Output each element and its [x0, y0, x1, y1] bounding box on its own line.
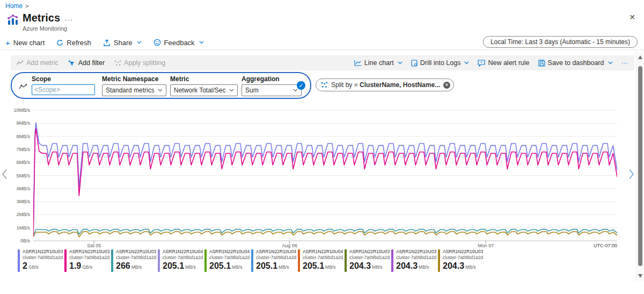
refresh-button[interactable]: Refresh	[56, 39, 91, 47]
split-by-value: ClusterName, HostName...	[360, 81, 440, 89]
legend-color-bar	[18, 249, 20, 272]
legend-cluster: cluster-7a09bd1a2d7b...	[163, 255, 203, 260]
legend-color-bar	[298, 249, 300, 272]
legend-value: 204.3	[443, 261, 464, 270]
legend-unit: MB/s	[185, 264, 195, 270]
breadcrumb-separator: >	[25, 3, 28, 9]
split-dots-icon	[321, 82, 328, 88]
refresh-icon	[56, 39, 63, 46]
legend-value: 205.1	[303, 261, 324, 270]
legend-card[interactable]: ASRR1N22R10U03, Hyp...cluster-7a09bd1a2d…	[64, 249, 109, 274]
feedback-button[interactable]: Feedback	[153, 39, 204, 47]
legend-cluster: cluster-7a09bd1a2d7b...	[209, 255, 250, 260]
logs-document-icon	[411, 60, 418, 67]
legend-value: 205.1	[163, 261, 184, 270]
chart-type-dropdown[interactable]: Line chart	[354, 59, 402, 67]
save-to-dashboard-dropdown[interactable]: Save to dashboard	[538, 59, 613, 67]
chevron-down-icon	[398, 61, 402, 64]
y-axis-label: 9MB/s	[0, 120, 30, 126]
page-subtitle: Azure Monitoring	[23, 25, 67, 32]
scrollbar-thumb[interactable]	[638, 66, 642, 266]
chevron-down-icon	[464, 61, 469, 64]
split-by-prefix: Split by =	[331, 81, 358, 89]
legend-card[interactable]: ASRR1N22R10U03, Loc...cluster-7a09bd1a2d…	[391, 249, 436, 274]
remove-split-icon[interactable]: ✕	[443, 82, 450, 89]
add-filter-button[interactable]: Add filter	[68, 59, 105, 67]
new-alert-rule-button[interactable]: New alert rule	[478, 59, 529, 67]
save-icon	[538, 60, 545, 67]
legend-cluster: cluster-7a09bd1a2d7b...	[443, 255, 483, 260]
legend-series-name: ASRR1N22R10U03, Loc...	[443, 249, 483, 254]
legend-value: 1.9	[69, 261, 81, 270]
apply-splitting-button[interactable]: Apply splitting	[114, 59, 165, 67]
legend-card[interactable]: ASRR1N22R10U03, Mel...cluster-7a09bd1a2d…	[111, 249, 156, 274]
legend-cluster: cluster-7a09bd1a2d7b...	[303, 255, 343, 260]
legend-card[interactable]: ASRR1N22R10U04, Loc...cluster-7a09bd1a2d…	[158, 249, 203, 274]
command-bar: + New chart Refresh Share Feedback	[5, 35, 204, 49]
aggregation-label: Aggregation	[241, 75, 302, 83]
legend-value: 205.1	[256, 261, 277, 270]
chart-legend: ASRR1N22R10U03, Mel...cluster-7a09bd1a2d…	[18, 249, 483, 274]
toolbar-more-button[interactable]: ···	[621, 59, 628, 67]
title-more-button[interactable]: ···	[64, 16, 73, 24]
y-axis-label: 2MB/s	[0, 212, 30, 217]
legend-color-bar	[251, 249, 253, 272]
legend-series-name: ASRR1N22R10U04, Loc...	[256, 249, 296, 254]
legend-card[interactable]: ASRR1N22R10U04, Loc...cluster-7a09bd1a2d…	[251, 249, 296, 274]
legend-series-name: ASRR1N22R10U03, Mel...	[116, 249, 156, 254]
breadcrumb: Home>	[5, 2, 28, 10]
legend-color-bar	[438, 249, 440, 272]
y-axis-label: 8MB/s	[0, 134, 30, 139]
scroll-up-icon[interactable]	[638, 55, 642, 59]
chevron-down-icon	[293, 89, 298, 92]
legend-series-name: ASRR1N22R10U04, Loc...	[209, 249, 250, 254]
legend-card[interactable]: ASRR1N22R10U03, Loc...cluster-7a09bd1a2d…	[345, 249, 390, 274]
legend-unit: MB/s	[279, 264, 289, 270]
namespace-label: Metric Namespace	[102, 75, 166, 83]
chevron-down-icon	[199, 41, 204, 44]
add-metric-button[interactable]: Add metric	[16, 59, 58, 67]
scope-label: Scope	[32, 75, 95, 83]
legend-card[interactable]: ASRR1N22R10U04, Loc...cluster-7a09bd1a2d…	[298, 249, 343, 274]
time-range-picker[interactable]: Local Time: Last 3 days (Automatic - 15 …	[483, 36, 638, 48]
legend-cluster: cluster-7a09bd1a2d7b...	[256, 255, 296, 260]
y-axis-label: 0B/s	[0, 238, 30, 243]
share-icon	[103, 39, 111, 46]
share-button[interactable]: Share	[103, 39, 142, 47]
chevron-right-icon[interactable]	[628, 169, 634, 182]
legend-series-name: ASRR1N22R10U03, Loc...	[349, 249, 390, 254]
legend-value: 266	[116, 261, 130, 270]
legend-color-bar	[204, 249, 207, 272]
plus-icon: +	[5, 38, 10, 47]
breadcrumb-home-link[interactable]: Home	[5, 2, 23, 10]
metric-select[interactable]: Network Total/Sec	[170, 84, 238, 96]
chevron-down-icon	[608, 61, 613, 64]
chevron-down-icon	[229, 89, 234, 92]
metric-label: Metric	[170, 75, 238, 83]
smiley-icon	[153, 39, 161, 46]
close-icon[interactable]: ✕	[629, 13, 635, 21]
new-chart-button[interactable]: + New chart	[5, 38, 45, 47]
legend-card[interactable]: ASRR1N22R10U04, Loc...cluster-7a09bd1a2d…	[204, 249, 250, 274]
drill-into-logs-dropdown[interactable]: Drill into Logs	[411, 59, 470, 67]
vertical-scrollbar[interactable]	[636, 51, 644, 281]
legend-card[interactable]: ASRR1N22R10U03, Mel...cluster-7a09bd1a2d…	[18, 249, 63, 274]
split-by-pill[interactable]: Split by = ClusterName, HostName... ✕	[316, 78, 454, 91]
legend-series-name: ASRR1N22R10U04, Loc...	[303, 249, 343, 254]
legend-cluster: cluster-7a09bd1a2d7b...	[116, 255, 156, 260]
timezone-label: UTC-07:00	[33, 243, 617, 248]
series-line-2	[33, 128, 617, 236]
chevron-left-icon[interactable]	[2, 169, 8, 182]
legend-unit: MB/s	[419, 264, 429, 270]
chart-toolbar: Add metric Add filter Apply splitting Li…	[11, 55, 634, 70]
legend-value: 2	[23, 261, 27, 270]
chevron-down-icon	[137, 41, 142, 44]
scroll-down-icon[interactable]	[638, 274, 642, 278]
scope-input[interactable]	[32, 84, 95, 95]
y-axis-label: 6MB/s	[0, 160, 30, 165]
legend-card[interactable]: ASRR1N22R10U03, Loc...cluster-7a09bd1a2d…	[438, 249, 483, 274]
legend-series-name: ASRR1N22R10U03, Mel...	[23, 249, 63, 254]
metrics-icon	[6, 13, 19, 28]
aggregation-select[interactable]: Sum	[241, 84, 302, 96]
namespace-select[interactable]: Standard metrics	[102, 84, 166, 96]
